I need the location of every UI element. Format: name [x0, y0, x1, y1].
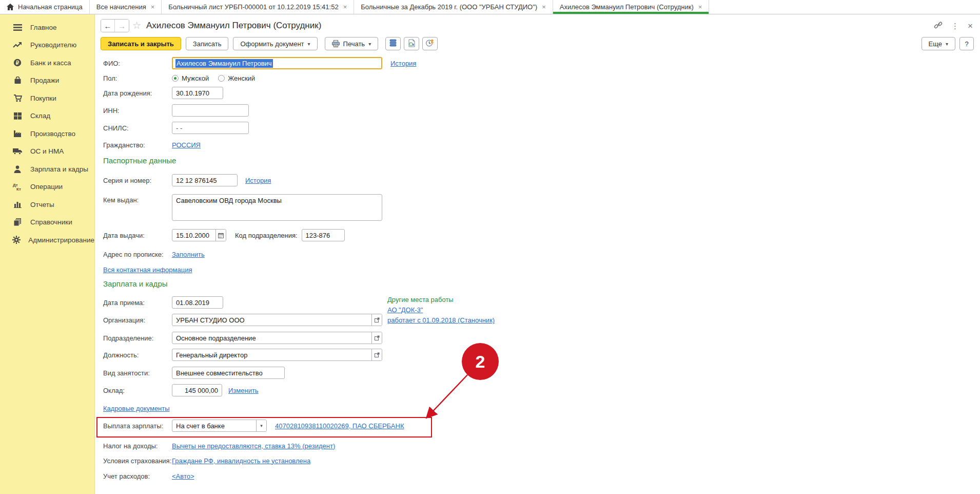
fio-input[interactable]: Ахилесов Эммануил Петрович [172, 57, 382, 69]
hire-date-input[interactable]: 01.08.2019 [172, 296, 223, 309]
close-icon[interactable]: × [343, 4, 347, 10]
report-document-icon [408, 39, 416, 49]
bank-account-link[interactable]: 40702810938110020269, ПАО СБЕРБАНК [275, 422, 404, 430]
sidebar-item-purchases[interactable]: Покупки [0, 89, 94, 107]
snils-label: СНИЛС: [103, 124, 172, 132]
sidebar-item-fixed-assets[interactable]: ОС и НМА [0, 143, 94, 161]
hr-documents-link[interactable]: Кадровые документы [103, 405, 170, 412]
tab-bar: Начальная страница Все начисления × Боль… [0, 0, 980, 14]
salary-input[interactable]: 145 000,00 [172, 384, 222, 396]
tab-sick-leave-doc[interactable]: Больничный лист УРБП-000001 от 10.12.201… [162, 0, 354, 14]
passport-series-input[interactable]: 12 12 876145 [172, 174, 238, 186]
favorite-star-icon[interactable]: ☆ [132, 20, 141, 31]
hire-date-label: Дата приема: [103, 299, 172, 307]
sidebar-item-main[interactable]: Главное [0, 18, 94, 36]
dept-code-input[interactable]: 123-876 [302, 229, 345, 241]
sidebar-item-hr[interactable]: Зарплата и кадры [0, 160, 94, 178]
income-tax-link[interactable]: Вычеты не предоставляются, ставка 13% (р… [172, 442, 335, 450]
issued-by-label: Кем выдан: [103, 196, 172, 204]
insurance-label: Условия страхования: [103, 457, 172, 465]
kebab-menu-icon[interactable]: ⋮ [951, 22, 959, 30]
tab-employee-card[interactable]: Ахилесов Эммануил Петрович (Сотрудник) × [553, 0, 710, 14]
sidebar-item-label: Отчеты [30, 201, 54, 208]
sidebar-item-references[interactable]: Справочники [0, 214, 94, 232]
object-reports-button[interactable] [404, 37, 419, 50]
fio-value: Ахилесов Эммануил Петрович [175, 59, 273, 68]
salary-section-header: Зарплата и кадры [103, 279, 168, 288]
sidebar-item-manager[interactable]: Руководителю [0, 36, 94, 54]
position-input[interactable]: Генеральный директор [172, 349, 382, 361]
snils-input[interactable]: - - [172, 122, 249, 134]
sidebar-item-administration[interactable]: Администрирование [0, 231, 94, 249]
issue-date-label: Дата выдачи: [103, 232, 172, 239]
salary-change-link[interactable]: Изменить [228, 387, 259, 394]
passport-history-link[interactable]: История [245, 177, 271, 184]
other-workplace-org-link[interactable]: АО "ДОК-3" [387, 306, 423, 314]
employment-type-input[interactable]: Внешнее совместительство [172, 367, 285, 379]
citizenship-link[interactable]: РОССИЯ [172, 141, 201, 149]
all-contacts-link[interactable]: Вся контактная информация [103, 266, 192, 274]
grid-icon [11, 112, 24, 120]
fio-history-link[interactable]: История [390, 60, 416, 67]
salary-payment-select[interactable]: На счет в банке ▾ [172, 420, 267, 432]
sidebar-item-bank[interactable]: ₽ Банк и касса [0, 54, 94, 72]
calendar-icon[interactable] [215, 230, 226, 241]
back-button[interactable]: ← [101, 20, 115, 32]
organization-input[interactable]: УРБАН СТУДИО ООО [172, 314, 382, 326]
save-and-close-button[interactable]: Записать и закрыть [101, 37, 181, 50]
person-clock-icon [426, 39, 434, 48]
sidebar-item-label: Производство [30, 130, 75, 138]
income-tax-label: Налог на доходы: [103, 442, 172, 450]
insurance-link[interactable]: Граждане РФ, инвалидность не установлена [172, 457, 310, 465]
open-icon[interactable] [371, 332, 382, 344]
open-icon[interactable] [371, 314, 382, 326]
salary-label: Оклад: [103, 387, 172, 394]
birth-date-input[interactable]: 30.10.1970 [172, 87, 223, 99]
open-icon[interactable] [371, 349, 382, 360]
sidebar-item-sales[interactable]: Продажи [0, 72, 94, 90]
other-workplace-details-link[interactable]: работает с 01.09.2018 (Станочник) [387, 316, 495, 324]
sidebar-item-production[interactable]: Производство [0, 125, 94, 143]
tab-all-accruals[interactable]: Все начисления × [90, 0, 162, 14]
help-button[interactable]: ? [959, 37, 974, 50]
sidebar-item-label: Покупки [30, 94, 56, 102]
related-documents-button[interactable] [385, 37, 401, 50]
menu-icon [11, 24, 24, 31]
sidebar-item-operations[interactable]: ДтКт Операции [0, 178, 94, 196]
tab-home[interactable]: Начальная страница [0, 0, 90, 14]
chevron-down-icon: ▾ [368, 41, 371, 47]
address-fill-link[interactable]: Заполнить [172, 251, 205, 258]
close-icon[interactable]: × [698, 4, 702, 10]
tab-label: Больничный лист УРБП-000001 от 10.12.201… [168, 3, 338, 11]
gender-female-radio[interactable]: Женский [218, 74, 255, 82]
sidebar-item-label: Главное [30, 24, 57, 31]
sidebar-item-warehouse[interactable]: Склад [0, 107, 94, 125]
department-label: Подразделение: [103, 334, 172, 342]
tab-label: Ахилесов Эммануил Петрович (Сотрудник) [560, 3, 694, 11]
inn-input[interactable] [172, 104, 249, 117]
sidebar-item-label: Банк и касса [30, 59, 71, 67]
chevron-down-icon[interactable]: ▾ [256, 420, 266, 431]
home-icon [7, 4, 14, 10]
sidebar-item-reports[interactable]: Отчеты [0, 196, 94, 214]
issued-by-textarea[interactable]: Савеловским ОВД города Москвы [172, 194, 382, 221]
close-icon[interactable]: × [151, 4, 155, 10]
print-button[interactable]: Печать ▾ [325, 37, 379, 50]
link-icon[interactable] [934, 21, 943, 30]
assignments-button[interactable] [422, 37, 438, 50]
birth-date-label: Дата рождения: [103, 89, 172, 97]
passport-series-label: Серия и номер: [103, 177, 172, 184]
gear-icon [11, 236, 22, 244]
forward-button[interactable]: → [115, 20, 129, 32]
issue-date-input[interactable]: 15.10.2000 [172, 229, 226, 241]
gender-male-radio[interactable]: Мужской [172, 74, 209, 82]
close-icon[interactable]: × [542, 4, 546, 10]
more-button[interactable]: Еще ▾ [922, 37, 955, 50]
create-document-button[interactable]: Оформить документ ▾ [233, 37, 317, 50]
sidebar-item-label: Операции [30, 183, 63, 191]
window-close-icon[interactable]: × [968, 22, 973, 30]
expense-accounting-link[interactable]: <Авто> [172, 472, 194, 480]
save-button[interactable]: Записать [186, 37, 229, 50]
tab-sick-leaves-list[interactable]: Больничные за Декабрь 2019 г. (ООО "УРБА… [354, 0, 553, 14]
department-input[interactable]: Основное подразделение [172, 332, 382, 344]
